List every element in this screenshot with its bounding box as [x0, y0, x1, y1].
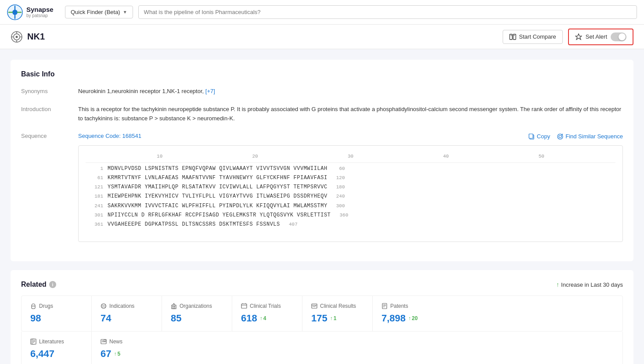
page-title-area: NK1: [11, 31, 45, 43]
synonyms-value: Neurokinin 1,neurokinin receptor 1,NK-1 …: [78, 87, 623, 96]
set-alert-button[interactable]: Set Alert: [568, 29, 633, 45]
logo-text: Synapse by patsnap: [26, 6, 54, 18]
clinical-trials-icon: [241, 303, 247, 309]
introduction-value: This is a receptor for the tachykinin ne…: [78, 105, 623, 123]
clinical-results-badge: ↑1: [330, 315, 337, 321]
start-compare-button[interactable]: Start Compare: [503, 30, 563, 44]
sequence-label: Sequence: [21, 132, 78, 242]
svg-point-26: [104, 305, 105, 306]
quick-finder-label: Quick Finder (Beta): [71, 9, 120, 15]
set-alert-label: Set Alert: [586, 33, 607, 40]
search-input[interactable]: [138, 5, 637, 19]
related-news[interactable]: News 67 ↑5: [92, 332, 162, 364]
related-drugs[interactable]: Drugs 98: [22, 296, 92, 331]
related-card: Related i ↑ Increase in Last 30 days Dru…: [11, 270, 633, 364]
copy-button[interactable]: Copy: [529, 133, 550, 140]
find-similar-icon: [557, 133, 563, 140]
related-patents[interactable]: Patents 7,898 ↑20: [373, 296, 443, 331]
page-header: NK1 Start Compare Set Alert: [0, 25, 644, 49]
news-badge: ↑5: [114, 351, 120, 357]
basic-info-title: Basic Info: [21, 70, 623, 78]
find-similar-button[interactable]: Find Similar Sequence: [557, 133, 623, 140]
seq-row-181: 181 MIEWPEHPNK IYEKVYHICV TVLIYFLPLL VIG…: [86, 192, 615, 201]
seq-row-361: 361 VVGAHEEEPE DGPKATPSSL DLTSNCSSRS DSK…: [86, 220, 615, 229]
arrow-up-icon: ↑: [556, 281, 559, 288]
synonyms-more-link[interactable]: [+7]: [205, 88, 215, 94]
set-alert-toggle[interactable]: [611, 32, 626, 41]
drugs-icon: [30, 303, 36, 309]
svg-rect-52: [104, 340, 106, 342]
copy-icon: [529, 133, 535, 140]
quick-finder-button[interactable]: Quick Finder (Beta) ▼: [65, 6, 133, 18]
svg-point-25: [103, 305, 104, 306]
target-icon: [11, 31, 23, 43]
introduction-row: Introduction This is a receptor for the …: [21, 105, 623, 123]
indications-icon: [101, 303, 107, 309]
page-title: NK1: [27, 32, 45, 42]
patents-icon: [381, 303, 388, 309]
svg-point-8: [16, 36, 18, 38]
svg-rect-38: [312, 304, 317, 308]
start-compare-label: Start Compare: [519, 33, 556, 40]
seq-row-301: 301 NPIIYCCLN D RFRLGFKHAF RCCPFISAGD YE…: [86, 211, 615, 220]
seq-row-1: 1 MDNVLPVDSD LSPNISTNTS EPNQFVQPAW QIVLW…: [86, 165, 615, 173]
increase-label: ↑ Increase in Last 30 days: [556, 281, 623, 288]
related-header: Related i ↑ Increase in Last 30 days: [21, 281, 623, 288]
organizations-icon: [171, 303, 177, 309]
logo-area: Synapse by patsnap: [7, 4, 60, 20]
svg-point-24: [102, 305, 103, 306]
clinical-results-icon: [311, 303, 317, 309]
related-literatures[interactable]: Literatures 6,447: [22, 332, 92, 364]
related-clinical-trials[interactable]: Clinical Trials 618 ↑4: [232, 296, 302, 331]
basic-info-card: Basic Info Synonyms Neurokinin 1,neuroki…: [11, 60, 633, 261]
seq-row-121: 121 YSMTAVAFDR YMAIIHPLQP RLSATATKVV ICV…: [86, 183, 615, 191]
synonyms-label: Synonyms: [21, 87, 78, 96]
related-row1: Drugs 98 Indications: [21, 296, 623, 332]
introduction-label: Introduction: [21, 105, 78, 123]
chevron-down-icon: ▼: [123, 10, 127, 14]
info-icon[interactable]: i: [49, 281, 56, 288]
seq-row-61: 61 KRMRTVTNYF LVNLAFAEAS MAAFNTVVNF TYAV…: [86, 174, 615, 182]
main-content: Basic Info Synonyms Neurokinin 1,neuroki…: [0, 49, 644, 364]
sequence-row: Sequence Sequence Code: 168541 Copy: [21, 132, 623, 242]
sequence-header: Sequence Code: 168541 Copy: [78, 132, 623, 141]
related-title: Related: [21, 281, 47, 288]
seq-row-241: 241 SAKRKVVKMM IVVVCTFAIC WLPFHIFFLL PYI…: [86, 202, 615, 210]
sequence-box[interactable]: 10 20 30 40 50 1 MDNVLPVDSD LSPNISTNTS E…: [78, 145, 623, 242]
sequence-actions: Copy Find Similar Sequence: [529, 133, 623, 140]
svg-rect-18: [529, 134, 533, 138]
news-icon: [101, 339, 107, 345]
related-row2: Literatures 6,447 News 67: [21, 332, 623, 364]
svg-rect-13: [510, 34, 512, 40]
svg-rect-14: [513, 34, 516, 40]
sequence-code-link[interactable]: Sequence Code: 168541: [78, 132, 141, 141]
patents-badge: ↑20: [408, 315, 417, 321]
svg-point-27: [102, 306, 103, 307]
svg-point-28: [103, 306, 104, 307]
svg-point-20: [559, 135, 561, 138]
svg-rect-34: [241, 304, 247, 308]
navbar: Synapse by patsnap Quick Finder (Beta) ▼: [0, 0, 644, 25]
related-title-area: Related i: [21, 281, 56, 288]
clinical-trials-badge: ↑4: [260, 315, 266, 321]
compare-icon: [509, 33, 516, 40]
svg-point-1: [12, 10, 18, 15]
logo-icon: [7, 4, 23, 20]
sequence-ruler: 10 20 30 40 50: [86, 151, 615, 163]
svg-point-23: [101, 304, 106, 309]
synonyms-row: Synonyms Neurokinin 1,neurokinin recepto…: [21, 87, 623, 96]
header-actions: Start Compare Set Alert: [503, 29, 633, 45]
logo-synapse-label: Synapse: [26, 6, 54, 14]
toggle-knob: [619, 33, 626, 40]
related-indications[interactable]: Indications 74: [92, 296, 162, 331]
sequence-content-inner: 10 20 30 40 50 1 MDNVLPVDSD LSPNISTNTS E…: [79, 146, 622, 235]
related-clinical-results[interactable]: Clinical Results 175 ↑1: [302, 296, 373, 331]
sequence-content: Sequence Code: 168541 Copy: [78, 132, 623, 242]
alert-icon: [575, 33, 582, 40]
svg-point-29: [104, 306, 105, 307]
logo-bypatsnap-label: by patsnap: [26, 13, 54, 18]
literatures-icon: [30, 339, 36, 345]
related-organizations[interactable]: Organizations 85: [162, 296, 232, 331]
